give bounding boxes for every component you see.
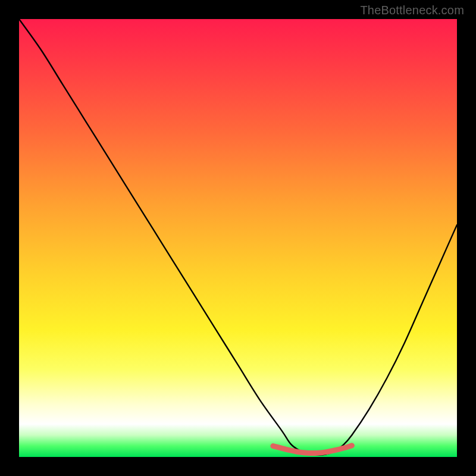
bottleneck-curve — [19, 19, 457, 455]
chart-frame: TheBottleneck.com — [0, 0, 476, 476]
watermark-text: TheBottleneck.com — [360, 4, 464, 17]
chart-overlay — [19, 19, 457, 457]
sweet-spot-band — [273, 446, 352, 453]
